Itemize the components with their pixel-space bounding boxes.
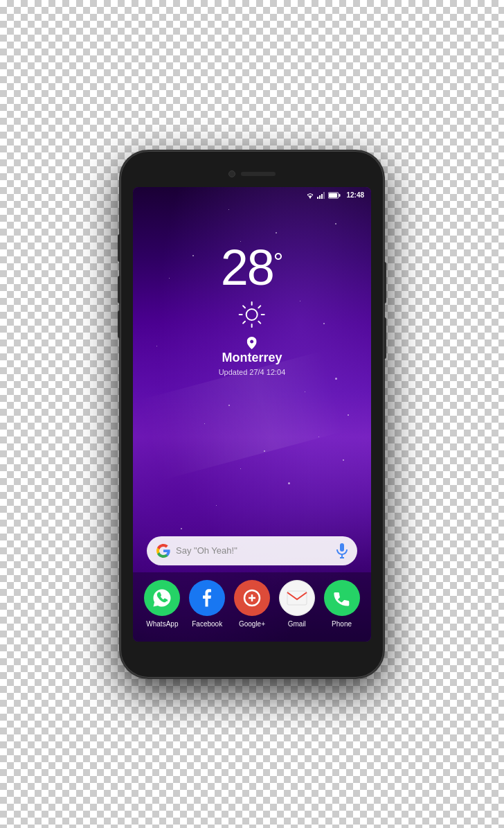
googleplus-icon (234, 580, 270, 616)
temperature-value: 28 (221, 243, 273, 292)
status-bar: 12:48 (133, 187, 371, 204)
wifi-icon (306, 192, 314, 199)
svg-line-13 (259, 321, 261, 323)
location-pin (219, 337, 286, 350)
svg-point-16 (246, 309, 258, 320)
svg-rect-4 (323, 192, 325, 199)
city-name: Monterrey (219, 351, 286, 365)
facebook-app[interactable]: Facebook (189, 580, 225, 628)
temperature-display: 28 ° (219, 243, 286, 292)
googleplus-label: Google+ (239, 620, 265, 628)
page-background: 12:48 28 ° (0, 0, 504, 828)
whatsapp-app[interactable]: WhatsApp (144, 580, 180, 628)
gmail-label: Gmail (288, 620, 306, 628)
whatsapp-icon (144, 580, 180, 616)
front-camera (228, 170, 235, 177)
status-icons: 12:48 (306, 191, 364, 199)
phone-app[interactable]: Phone (324, 580, 360, 628)
weather-condition-icon (237, 299, 267, 330)
svg-line-15 (243, 321, 245, 323)
googleplus-app[interactable]: Google+ (234, 580, 270, 628)
svg-line-14 (259, 306, 261, 308)
phone-app-label: Phone (332, 620, 352, 628)
svg-rect-2 (319, 195, 321, 199)
gmail-icon (279, 580, 315, 616)
app-dock: WhatsApp Facebook (133, 572, 371, 642)
svg-rect-3 (321, 194, 323, 199)
status-time: 12:48 (346, 191, 364, 199)
svg-rect-6 (339, 194, 341, 197)
signal-icon (317, 192, 325, 199)
svg-rect-7 (329, 193, 337, 197)
svg-rect-23 (287, 591, 307, 605)
whatsapp-label: WhatsApp (146, 620, 178, 628)
phone-screen: 12:48 28 ° (133, 187, 371, 642)
updated-label: Updated 27/4 12:04 (219, 368, 286, 376)
google-logo (156, 544, 170, 558)
phone-app-icon (324, 580, 360, 616)
weather-widget: 28 ° (219, 243, 286, 377)
facebook-icon (189, 580, 225, 616)
svg-point-0 (309, 197, 311, 198)
earpiece-speaker (241, 172, 276, 176)
svg-rect-17 (340, 543, 344, 552)
svg-line-12 (243, 306, 245, 308)
phone-device: 12:48 28 ° (120, 151, 384, 678)
facebook-label: Facebook (192, 620, 222, 628)
microphone-icon[interactable] (336, 543, 348, 558)
gmail-app[interactable]: Gmail (279, 580, 315, 628)
search-placeholder: Say "Oh Yeah!" (176, 545, 331, 556)
svg-rect-1 (317, 197, 318, 199)
temperature-unit: ° (273, 248, 283, 277)
google-search-bar[interactable]: Say "Oh Yeah!" (147, 536, 357, 565)
phone-top-hardware (183, 164, 321, 184)
battery-icon (328, 192, 341, 199)
